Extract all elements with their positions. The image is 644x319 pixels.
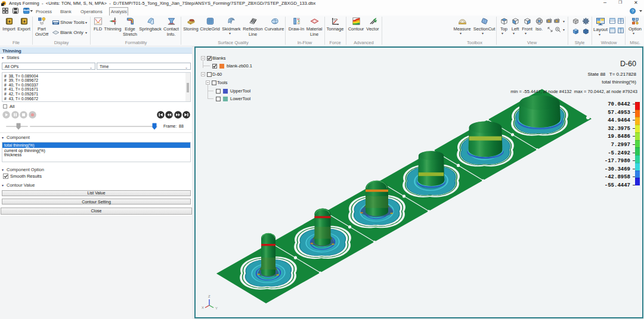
svg-text:?: ? [631, 8, 634, 14]
svg-text:Z: Z [208, 295, 210, 298]
svg-text:X: X [202, 306, 204, 309]
svg-text:Y: Y [215, 306, 218, 310]
